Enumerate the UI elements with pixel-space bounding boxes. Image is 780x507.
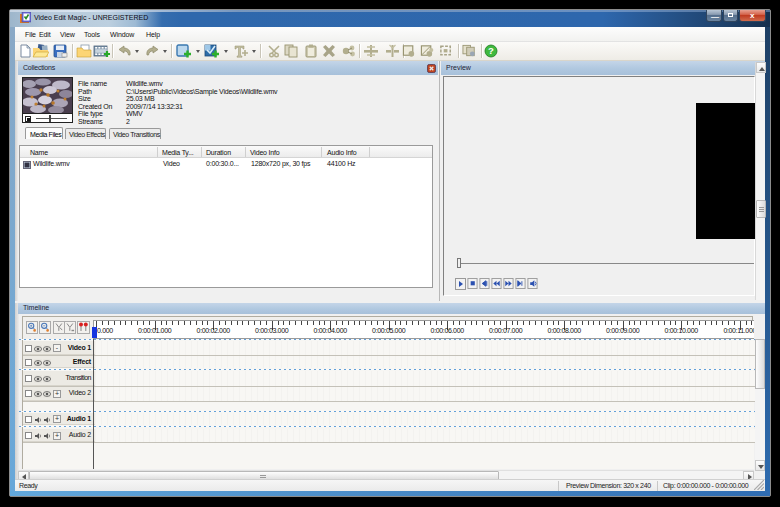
svg-text:?: ? — [488, 45, 494, 56]
